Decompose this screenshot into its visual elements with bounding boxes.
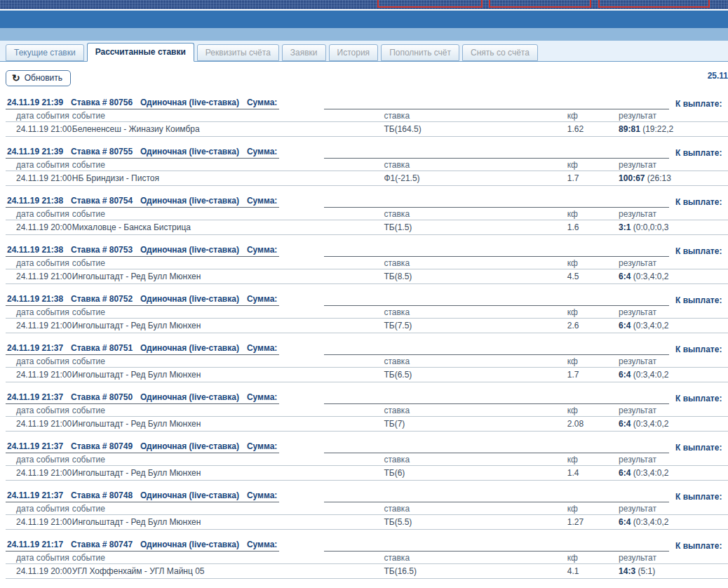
tab-history[interactable]: История (329, 44, 379, 61)
col-header-result: результат (619, 455, 728, 465)
result-detail: (0:3,4:0,2 (633, 321, 669, 330)
bet-sum-underline (324, 442, 669, 453)
event-date: 24.11.19 21:00 (6, 517, 72, 527)
bet-header: 24.11.19 21:37 Ставка # 80748 Одиночная … (6, 491, 728, 502)
top-banner-button-2[interactable] (489, 0, 591, 8)
bet-block: 24.11.19 21:39 Ставка # 80756 Одиночная … (0, 98, 728, 147)
col-header-result: результат (619, 307, 728, 317)
bet-header-text[interactable]: 24.11.19 21:38 Ставка # 80754 Одиночная … (6, 196, 279, 208)
event-result: 14:3 (5:1) (619, 566, 728, 576)
tab-settled-bets[interactable]: Рассчитанные ставки (87, 43, 194, 62)
bet-block: 24.11.19 21:38 Ставка # 80753 Одиночная … (0, 246, 728, 295)
result-score: 6:4 (619, 272, 631, 281)
event-result: 6:4 (0:3,4:0,2 (619, 419, 728, 429)
col-header-bet: ставка (384, 504, 567, 514)
event-name: УГЛ Хоффенхайм - УГЛ Майнц 05 (72, 566, 384, 576)
bet-sum-label: Сумма: (247, 245, 277, 255)
col-header-bet: ставка (384, 307, 567, 317)
col-header-bet: ставка (384, 406, 567, 415)
bet-event-row: 24.11.19 20:00 УГЛ Хоффенхайм - УГЛ Майн… (6, 564, 728, 579)
event-name: Белененсеш - Жиназиу Коимбра (72, 124, 384, 134)
col-header-event: событие (72, 209, 384, 219)
refresh-button[interactable]: ↻ Обновить (6, 70, 71, 86)
bet-block: 24.11.19 21:37 Ставка # 80751 Одиночная … (0, 344, 728, 393)
bet-payout-label: К выплате: (669, 246, 728, 257)
bet-header-text[interactable]: 24.11.19 21:37 Ставка # 80751 Одиночная … (6, 343, 279, 355)
event-name: Ингольштадт - Ред Булл Мюнхен (72, 370, 384, 380)
bet-placed-datetime: 24.11.19 21:39 (7, 98, 63, 107)
bet-header-text[interactable]: 24.11.19 21:37 Ставка # 80750 Одиночная … (6, 392, 279, 404)
bet-header-text[interactable]: 24.11.19 21:39 Ставка # 80755 Одиночная … (6, 147, 279, 159)
bet-selection: ТБ(1.5) (384, 222, 567, 232)
bet-coefficient: 1.7 (567, 173, 619, 183)
event-date: 24.11.19 21:00 (6, 321, 72, 330)
bet-payout-label: К выплате: (669, 345, 728, 355)
event-date: 24.11.19 21:00 (6, 272, 72, 281)
col-header-coef: кф (567, 307, 619, 317)
bet-id: Ставка # 80752 (71, 294, 133, 304)
bet-selection: ТБ(16.5) (384, 566, 567, 576)
result-detail: (5:1) (638, 566, 655, 576)
top-banner-button-3[interactable] (598, 0, 710, 8)
bet-table-header: дата события событие ставка кф результат (6, 404, 728, 417)
event-result: 3:1 (0:0,0:0,3 (619, 222, 728, 232)
bet-payout-label: К выплате: (669, 197, 728, 208)
bet-header-text[interactable]: 24.11.19 21:38 Ставка # 80752 Одиночная … (6, 294, 279, 306)
tab-current-bets[interactable]: Текущие ставки (6, 44, 84, 61)
bet-selection: ТБ(5.5) (384, 517, 567, 527)
col-header-event: событие (72, 356, 384, 366)
col-header-event-date: дата события (6, 307, 72, 317)
bet-header-text[interactable]: 24.11.19 21:37 Ставка # 80749 Одиночная … (6, 441, 279, 453)
top-banner-button-1[interactable] (377, 0, 483, 8)
bet-block: 24.11.19 21:38 Ставка # 80754 Одиночная … (0, 196, 728, 246)
bet-header-text[interactable]: 24.11.19 21:39 Ставка # 80756 Одиночная … (6, 98, 279, 109)
col-header-bet: ставка (384, 160, 567, 170)
bet-table-header: дата события событие ставка кф результат (6, 355, 728, 368)
col-header-event: событие (72, 307, 384, 317)
col-header-event-date: дата события (6, 406, 72, 415)
bet-coefficient: 2.6 (567, 321, 619, 330)
col-header-bet: ставка (384, 356, 567, 366)
col-header-event-date: дата события (6, 504, 72, 514)
result-detail: (0:3,4:0,2 (633, 468, 669, 478)
result-score: 6:4 (619, 419, 631, 429)
event-result: 100:67 (26:13 (619, 173, 728, 183)
col-header-result: результат (619, 160, 728, 170)
col-header-bet: ставка (384, 258, 567, 268)
col-header-coef: кф (567, 160, 619, 170)
col-header-result: результат (619, 504, 728, 514)
bet-event-row: 24.11.19 21:00 Ингольштадт - Ред Булл Мю… (6, 319, 728, 333)
col-header-result: результат (619, 258, 728, 268)
col-header-result: результат (619, 553, 728, 563)
bet-table-header: дата события событие ставка кф результат (6, 306, 728, 319)
bet-header-text[interactable]: 24.11.19 21:38 Ставка # 80753 Одиночная … (6, 245, 279, 257)
tab-deposit[interactable]: Пополнить счёт (381, 44, 459, 61)
bet-payout-label: К выплате: (669, 99, 728, 109)
col-header-event: событие (72, 258, 384, 268)
result-score: 3:1 (619, 222, 631, 232)
refresh-button-label: Обновить (25, 73, 62, 83)
bet-block: 24.11.19 21:37 Ставка # 80748 Одиночная … (0, 491, 728, 540)
bet-header: 24.11.19 21:39 Ставка # 80755 Одиночная … (6, 147, 728, 159)
result-detail: (0:3,4:0,2 (633, 419, 669, 429)
tab-requests[interactable]: Заявки (282, 44, 326, 61)
event-result: 6:4 (0:3,4:0,2 (619, 272, 728, 281)
event-date: 24.11.19 20:00 (6, 566, 72, 576)
tab-account-details[interactable]: Реквизиты счёта (197, 44, 279, 61)
bet-header-text[interactable]: 24.11.19 21:37 Ставка # 80748 Одиночная … (6, 490, 279, 502)
event-date: 24.11.19 21:00 (6, 468, 72, 478)
event-name: Ингольштадт - Ред Булл Мюнхен (72, 468, 384, 478)
bets-list: 24.11.19 21:39 Ставка # 80756 Одиночная … (0, 98, 728, 588)
col-header-bet: ставка (384, 111, 567, 121)
bet-header-text[interactable]: 24.11.19 21:17 Ставка # 80747 Одиночная … (6, 540, 279, 552)
bet-table-header: дата события событие ставка кф результат (6, 257, 728, 269)
tab-withdraw[interactable]: Снять со счёта (462, 44, 538, 61)
bet-coefficient: 2.08 (567, 419, 619, 429)
bet-event-row: 24.11.19 21:00 НБ Бриндизи - Пистоя Ф1(-… (6, 171, 728, 186)
bet-payout-label: К выплате: (669, 394, 728, 404)
bet-placed-datetime: 24.11.19 21:37 (7, 343, 63, 353)
bet-sum-label: Сумма: (247, 196, 277, 206)
bet-table-header: дата события событие ставка кф результат (6, 453, 728, 466)
bet-type: Одиночная (live-ставка) (140, 196, 239, 206)
bet-event-row: 24.11.19 21:00 Ингольштадт - Ред Булл Мю… (6, 269, 728, 284)
